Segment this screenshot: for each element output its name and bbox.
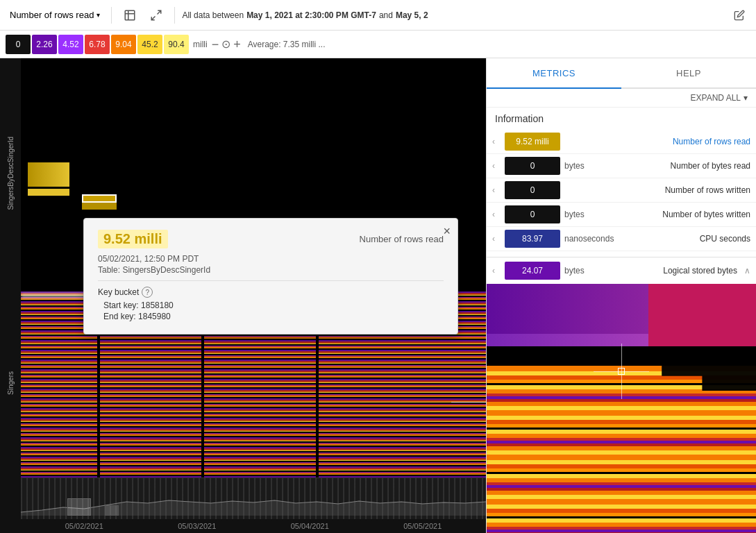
edit-date-button[interactable]	[728, 4, 750, 26]
tooltip-divider	[98, 280, 444, 281]
date-end: May 5, 2	[396, 10, 428, 20]
metric-chevron-3[interactable]: ‹	[492, 210, 501, 219]
metric-selector-label: Number of rows read	[10, 10, 94, 20]
legend-item-4[interactable]: 9.04	[111, 35, 136, 54]
tooltip-key-section: Key bucket ? Start key: 1858180 End key:…	[98, 287, 444, 321]
metric-badge-1: 0	[505, 157, 560, 175]
lsb-chevron-left[interactable]: ‹	[492, 266, 501, 276]
rhm-magenta	[648, 284, 756, 346]
y-axis-singers-by-desc: SingersByDescSingerId	[7, 137, 15, 210]
legend-item-1[interactable]: 2.26	[32, 35, 57, 54]
start-key-label: Start key:	[103, 301, 139, 310]
rhm-purple	[487, 284, 648, 346]
mini-chart-canvas[interactable]	[21, 478, 486, 519]
metric-row-0[interactable]: ‹ 9.52 milli Number of rows read	[487, 130, 756, 154]
y-axis-top-label-container: SingersByDescSingerId	[0, 58, 21, 289]
tooltip-timestamp: 05/02/2021, 12:50 PM PDT	[98, 254, 444, 264]
legend-item-2[interactable]: 4.52	[58, 35, 83, 54]
y-axis-bottom-label-container: Singers	[0, 289, 21, 477]
metric-name-4: CPU seconds	[618, 234, 750, 244]
metric-name-0: Number of rows read	[617, 137, 750, 146]
expand-view-button[interactable]	[145, 4, 167, 26]
metric-chevron-0[interactable]: ‹	[492, 137, 501, 146]
chart-area[interactable]: SingersByDescSingerId Singers × 9.52 mil…	[0, 58, 486, 533]
selected-cell[interactable]	[82, 194, 117, 203]
date-range-prefix: All data between	[182, 10, 244, 20]
right-heatmap-viz[interactable]	[487, 284, 756, 533]
end-key-label: End key:	[103, 312, 136, 321]
toolbar-separator-2	[174, 7, 175, 24]
help-icon[interactable]: ?	[142, 287, 153, 298]
tooltip-close-button[interactable]: ×	[443, 224, 451, 239]
legend-minus-button[interactable]: −	[212, 38, 219, 51]
y-axis: SingersByDescSingerId Singers	[0, 58, 21, 477]
legend-item-3[interactable]: 6.78	[85, 35, 110, 54]
legend-item-6[interactable]: 90.4	[164, 35, 189, 54]
legend-circle-button[interactable]: ⊙	[221, 39, 230, 50]
mini-chart-labels: 05/02/2021 05/03/2021 05/04/2021 05/05/2…	[21, 519, 486, 533]
legend-item-0[interactable]: 0	[6, 35, 31, 54]
expand-all-button[interactable]: EXPAND ALL ▾	[691, 93, 748, 103]
scroll-indicator-left[interactable]	[67, 498, 91, 516]
mini-label-0: 05/02/2021	[65, 522, 103, 530]
tooltip-table-label: Table:	[98, 265, 120, 275]
metric-row-2[interactable]: ‹ 0 Number of rows written	[487, 178, 756, 203]
mini-label-3: 05/05/2021	[403, 522, 442, 530]
end-key-value: 1845980	[138, 312, 171, 321]
scroll-indicator-right[interactable]	[105, 505, 119, 516]
start-key-value: 1858180	[141, 301, 174, 310]
metric-selector-dropdown-icon: ▾	[96, 11, 100, 19]
right-panel-tabs: METRICS HELP	[487, 58, 756, 89]
svg-line-3	[158, 10, 161, 14]
legend-item-5[interactable]: 45.2	[137, 35, 162, 54]
metric-name-2: Number of rows written	[617, 185, 750, 195]
tab-metrics[interactable]: METRICS	[487, 58, 621, 89]
mini-chart: 05/02/2021 05/03/2021 05/04/2021 05/05/2…	[21, 477, 486, 533]
crop-button[interactable]	[119, 4, 141, 26]
mini-chart-content	[21, 478, 486, 519]
key-bucket-text: Key bucket	[98, 287, 139, 297]
expand-all-label: EXPAND ALL	[691, 93, 741, 103]
right-panel: METRICS HELP EXPAND ALL ▾ Information ‹ …	[486, 58, 756, 533]
mini-label-2: 05/04/2021	[291, 522, 329, 530]
metric-row-3[interactable]: ‹ 0 bytes Number of bytes written	[487, 203, 756, 227]
toolbar-separator-1	[111, 7, 112, 24]
tab-help[interactable]: HELP	[621, 58, 756, 87]
legend-plus-button[interactable]: +	[233, 38, 241, 51]
legend-controls: − ⊙ +	[212, 38, 241, 51]
lsb-section: ‹ 24.07 bytes Logical stored bytes ∧	[487, 257, 756, 284]
metric-name-1: Number of bytes read	[617, 161, 750, 171]
hm-block-2	[28, 189, 69, 196]
right-panel-header: EXPAND ALL ▾	[487, 89, 756, 108]
legend-bar: 0 2.26 4.52 6.78 9.04 45.2 90.4 milli − …	[0, 31, 756, 58]
tooltip-start-key: Start key: 1858180	[103, 301, 444, 310]
metric-badge-4: 83.97	[505, 230, 560, 248]
expand-all-icon: ▾	[744, 93, 748, 103]
date-start: May 1, 2021 at 2:30:00 PM GMT-7	[246, 10, 376, 20]
legend-average: Average: 7.35 milli ...	[248, 40, 326, 49]
mini-sparkline	[21, 488, 486, 516]
metric-unit-1: bytes	[564, 161, 613, 171]
lsb-header[interactable]: ‹ 24.07 bytes Logical stored bytes ∧	[487, 257, 756, 284]
tooltip-table: Table: SingersByDescSingerId	[98, 265, 444, 275]
lsb-chevron-up[interactable]: ∧	[744, 266, 750, 276]
lsb-badge: 24.07	[505, 262, 560, 280]
right-crosshair-box	[618, 368, 625, 375]
metric-selector[interactable]: Number of rows read ▾	[6, 7, 104, 23]
metric-row-4[interactable]: ‹ 83.97 nanoseconds CPU seconds	[487, 227, 756, 251]
main-layout: SingersByDescSingerId Singers × 9.52 mil…	[0, 58, 756, 533]
tooltip-header: 9.52 milli Number of rows read	[98, 230, 444, 250]
metric-chevron-4[interactable]: ‹	[492, 234, 501, 244]
info-section: Information ‹ 9.52 milli Number of rows …	[487, 108, 756, 257]
metric-badge-3: 0	[505, 205, 560, 223]
metric-name-3: Number of bytes written	[617, 210, 750, 219]
tooltip-metric-name: Number of rows read	[360, 234, 444, 244]
right-heatmap-content	[487, 284, 756, 533]
tooltip-popup: × 9.52 milli Number of rows read 05/02/2…	[83, 218, 458, 335]
svg-line-4	[152, 16, 156, 19]
metric-chevron-1[interactable]: ‹	[492, 161, 501, 171]
date-connector: and	[379, 10, 393, 20]
metric-row-1[interactable]: ‹ 0 bytes Number of bytes read	[487, 154, 756, 178]
metric-chevron-2[interactable]: ‹	[492, 185, 501, 195]
lsb-unit: bytes	[564, 266, 613, 276]
